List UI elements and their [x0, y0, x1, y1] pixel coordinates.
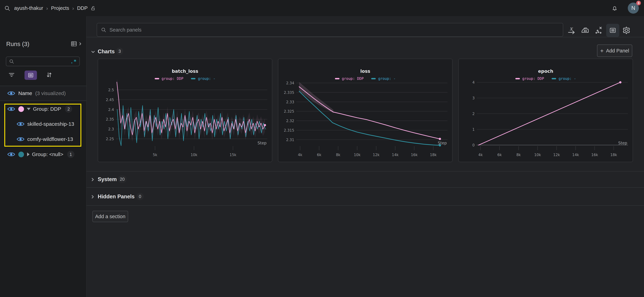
chart-panel-batch-loss[interactable]: batch_loss group: DDP group: - 2.52.452.…: [98, 59, 272, 162]
charts-count-badge: 3: [116, 48, 123, 55]
add-panel-button[interactable]: + Add Panel: [597, 44, 632, 57]
expand-table-chevron-icon[interactable]: [78, 41, 82, 46]
search-icon: [101, 27, 106, 32]
panel-layout-button[interactable]: [606, 24, 619, 37]
search-panels-box: [97, 23, 563, 37]
runs-search-input[interactable]: .*: [6, 56, 80, 66]
svg-text:2: 2: [472, 112, 475, 116]
wandb-workspace: ayush-thakur › Projects › DDP N 3 Runs (…: [0, 0, 644, 297]
settings-gear-icon[interactable]: [621, 25, 632, 35]
group-label[interactable]: Group: <null>: [32, 151, 63, 157]
top-bar: ayush-thakur › Projects › DDP N 3: [0, 0, 644, 16]
eye-icon[interactable]: [7, 152, 15, 157]
breadcrumb-projects[interactable]: Projects: [51, 5, 69, 11]
group-count-badge: 2: [65, 105, 72, 113]
panel-title: epoch: [459, 69, 632, 74]
plus-icon: +: [600, 47, 604, 54]
run-color-dot[interactable]: [18, 152, 24, 157]
eye-icon[interactable]: [7, 106, 15, 112]
svg-text:2.31: 2.31: [286, 138, 294, 142]
charts-section-label[interactable]: Charts: [98, 48, 115, 55]
hidden-panels-section-label[interactable]: Hidden Panels: [98, 194, 135, 200]
chart-panel-loss[interactable]: loss group: DDP group: - 2.342.3352.332.…: [278, 59, 452, 162]
name-column-header[interactable]: Name: [18, 90, 32, 96]
list-icon: [28, 72, 34, 78]
panel-title: loss: [278, 69, 452, 74]
global-search-icon[interactable]: [4, 5, 10, 11]
svg-text:8k: 8k: [336, 153, 340, 157]
notification-count-badge: 3: [636, 1, 641, 5]
expand-triangle-icon[interactable]: [27, 152, 30, 156]
breadcrumb-project[interactable]: DDP: [77, 5, 88, 11]
svg-text:8k: 8k: [516, 153, 521, 157]
legend-dash: [335, 78, 340, 79]
svg-text:10k: 10k: [190, 153, 198, 157]
svg-text:Step: Step: [258, 141, 266, 145]
svg-text:12k: 12k: [553, 153, 560, 157]
x-axis-settings-icon[interactable]: x: [566, 25, 577, 35]
svg-text:12k: 12k: [373, 153, 380, 157]
system-expand-chevron-icon[interactable]: [90, 177, 95, 182]
unlock-icon: [90, 6, 96, 11]
svg-text:2.25: 2.25: [106, 137, 114, 141]
smoothing-iron-icon[interactable]: [580, 25, 590, 35]
panel-title: batch_loss: [98, 69, 272, 74]
group-label[interactable]: Group: DDP: [33, 106, 61, 112]
charts-collapse-chevron-icon[interactable]: [90, 49, 96, 54]
runs-table-icon[interactable]: [70, 40, 77, 47]
svg-text:2.5: 2.5: [108, 88, 114, 92]
svg-text:2.335: 2.335: [284, 90, 294, 95]
run-name[interactable]: comfy-wildflower-13: [27, 136, 73, 142]
run-row[interactable]: skilled-spaceship-13: [16, 119, 74, 128]
svg-text:5k: 5k: [153, 153, 157, 157]
breadcrumb-entity[interactable]: ayush-thakur: [14, 5, 43, 11]
svg-text:10k: 10k: [534, 153, 541, 157]
run-color-dot[interactable]: [18, 106, 24, 112]
svg-text:18k: 18k: [430, 153, 437, 157]
notification-bell-icon[interactable]: [611, 5, 618, 12]
svg-text:6k: 6k: [498, 153, 502, 157]
svg-text:2.35: 2.35: [106, 117, 114, 121]
svg-text:0: 0: [472, 143, 475, 147]
sort-icon[interactable]: [45, 71, 53, 78]
svg-text:2.32: 2.32: [286, 119, 294, 123]
svg-text:Step: Step: [438, 141, 447, 145]
line-chart[interactable]: 2.52.452.42.352.32.255k10k15kStep: [99, 80, 272, 159]
run-group-row-ddp[interactable]: Group: DDP 2: [7, 104, 72, 113]
group-count-badge: 1: [67, 151, 74, 158]
system-section-label[interactable]: System: [98, 176, 117, 183]
svg-text:6k: 6k: [317, 153, 322, 157]
collapse-triangle-icon[interactable]: [27, 108, 30, 110]
svg-text:4k: 4k: [478, 153, 483, 157]
eye-icon[interactable]: [16, 136, 24, 142]
line-chart[interactable]: 432104k6k8k10k12k14k16k18kStep: [460, 80, 632, 159]
breadcrumb-separator: ›: [72, 5, 74, 11]
run-group-row-null[interactable]: Group: <null> 1: [7, 150, 74, 159]
legend-dash: [515, 78, 520, 79]
svg-text:1: 1: [472, 127, 475, 132]
run-name[interactable]: skilled-spaceship-13: [27, 121, 74, 127]
avatar-initial: N: [632, 5, 635, 11]
eye-icon[interactable]: [16, 121, 24, 127]
filter-icon[interactable]: [8, 71, 16, 78]
runs-title: Runs (3): [6, 40, 29, 47]
svg-text:4k: 4k: [298, 153, 302, 157]
svg-text:2.3: 2.3: [108, 127, 114, 131]
svg-text:2.45: 2.45: [106, 98, 114, 102]
hidden-panels-expand-chevron-icon[interactable]: [90, 194, 95, 199]
system-count-badge: 20: [118, 176, 127, 183]
chart-panel-epoch[interactable]: epoch group: DDP group: - 432104k6k8k10k…: [458, 59, 633, 162]
legend-dash: [371, 78, 376, 79]
remove-outliers-icon[interactable]: [594, 25, 604, 35]
svg-text:4: 4: [472, 80, 475, 84]
line-chart[interactable]: 2.342.3352.332.3252.322.3152.314k6k8k10k…: [279, 80, 452, 159]
svg-text:10k: 10k: [354, 153, 361, 157]
run-row[interactable]: comfy-wildflower-13: [16, 135, 73, 144]
group-view-button[interactable]: [24, 70, 37, 80]
regex-toggle-icon[interactable]: .*: [70, 60, 77, 63]
add-section-button[interactable]: Add a section: [92, 211, 128, 222]
hidden-panels-count-badge: 0: [136, 193, 144, 200]
svg-text:2.4: 2.4: [108, 107, 114, 112]
eye-icon[interactable]: [7, 90, 15, 96]
search-panels-input[interactable]: [109, 27, 476, 33]
